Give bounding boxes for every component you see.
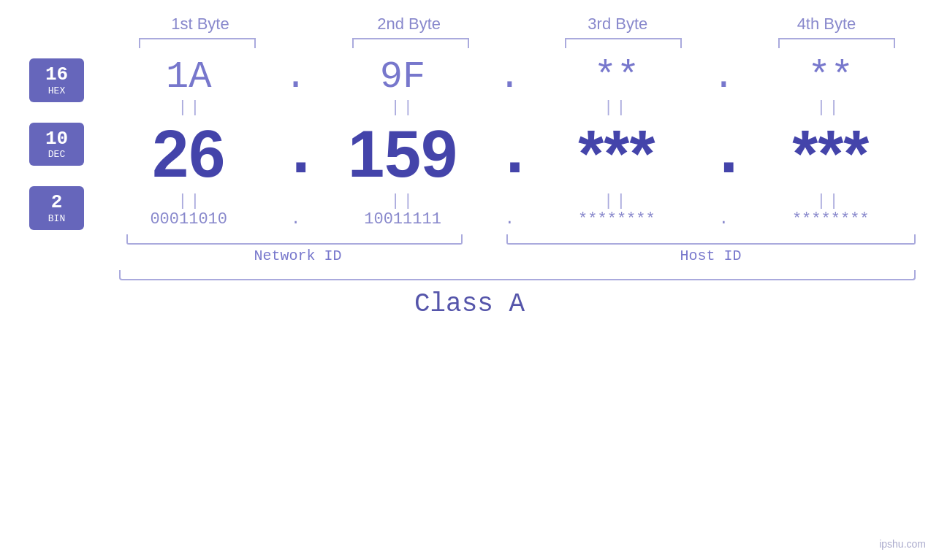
badges-column: 16 HEX 10 DEC 2 BIN <box>0 55 95 233</box>
dec-dot1: . <box>281 118 311 192</box>
eq2-b4: || <box>749 192 910 210</box>
host-id-label: Host ID <box>506 248 916 264</box>
dec-b1: 26 <box>108 117 269 192</box>
eq1-b4: || <box>749 99 910 117</box>
dec-badge-num: 10 <box>32 129 81 150</box>
eq2-b1: || <box>110 192 270 210</box>
id-labels: Network ID Host ID <box>119 248 916 264</box>
bin-dot1: . <box>281 210 311 229</box>
big-bracket-container <box>119 270 916 280</box>
bin-row: 00011010 . 10011111 . ******** . *******… <box>95 210 924 229</box>
dec-dot2: . <box>495 118 524 192</box>
hex-badge-sub: HEX <box>32 85 81 96</box>
class-label: Class A <box>414 289 525 319</box>
hex-dot3: . <box>709 55 738 99</box>
bin-b2: 10011111 <box>322 210 483 229</box>
bin-badge: 2 BIN <box>29 186 84 230</box>
watermark: ipshu.com <box>879 538 926 550</box>
dec-b3: *** <box>536 117 697 192</box>
byte2-label: 2nd Byte <box>329 15 490 34</box>
dec-dot3: . <box>709 118 738 192</box>
bin-b1: 00011010 <box>108 210 269 229</box>
data-rows: 1A . 9F . ** . ** || || || || 26 <box>95 48 939 233</box>
hex-b4: ** <box>750 55 911 99</box>
bin-badge-num: 2 <box>32 192 81 213</box>
bracket-b4 <box>771 38 902 48</box>
dec-row: 26 . 159 . *** . *** <box>95 117 924 192</box>
eq1-b1: || <box>110 99 270 117</box>
bin-b3: ******** <box>536 210 697 229</box>
hex-b3: ** <box>536 55 697 99</box>
dec-b2: 159 <box>322 117 483 192</box>
bin-dot2: . <box>495 210 524 229</box>
eq2-b3: || <box>536 192 696 210</box>
byte3-label: 3rd Byte <box>537 15 698 34</box>
equals-row-1: || || || || <box>95 99 924 117</box>
dec-badge-sub: DEC <box>32 149 81 160</box>
main-container: 1st Byte 2nd Byte 3rd Byte 4th Byte 16 H… <box>0 0 939 560</box>
bin-b4: ******** <box>750 210 911 229</box>
hex-badge-num: 16 <box>32 64 81 85</box>
hex-b1: 1A <box>108 55 269 99</box>
dec-badge: 10 DEC <box>29 123 84 166</box>
eq1-b2: || <box>323 99 484 117</box>
byte1-label: 1st Byte <box>120 15 281 34</box>
bracket-b3 <box>558 38 689 48</box>
host-bracket <box>506 234 916 245</box>
big-bracket <box>119 270 916 280</box>
eq1-b3: || <box>536 99 696 117</box>
network-bracket-container <box>119 234 477 245</box>
top-brackets <box>119 38 916 48</box>
bottom-brackets <box>119 234 916 245</box>
byte-headers: 1st Byte 2nd Byte 3rd Byte 4th Byte <box>115 15 912 34</box>
bracket-b2 <box>345 38 476 48</box>
network-bracket <box>126 234 463 245</box>
dec-b4: *** <box>750 117 911 192</box>
rows-wrapper: 16 HEX 10 DEC 2 BIN 1A . 9F . ** . ** <box>0 48 939 233</box>
host-bracket-container <box>506 234 916 245</box>
hex-row: 1A . 9F . ** . ** <box>95 55 924 99</box>
byte4-label: 4th Byte <box>746 15 907 34</box>
hex-dot2: . <box>495 55 524 99</box>
bracket-b1 <box>132 38 263 48</box>
eq2-b2: || <box>323 192 484 210</box>
hex-dot1: . <box>281 55 311 99</box>
bin-dot3: . <box>709 210 738 229</box>
network-id-label: Network ID <box>119 248 477 264</box>
hex-b2: 9F <box>322 55 483 99</box>
bin-badge-sub: BIN <box>32 213 81 224</box>
hex-badge: 16 HEX <box>29 58 84 102</box>
equals-row-2: || || || || <box>95 192 924 210</box>
